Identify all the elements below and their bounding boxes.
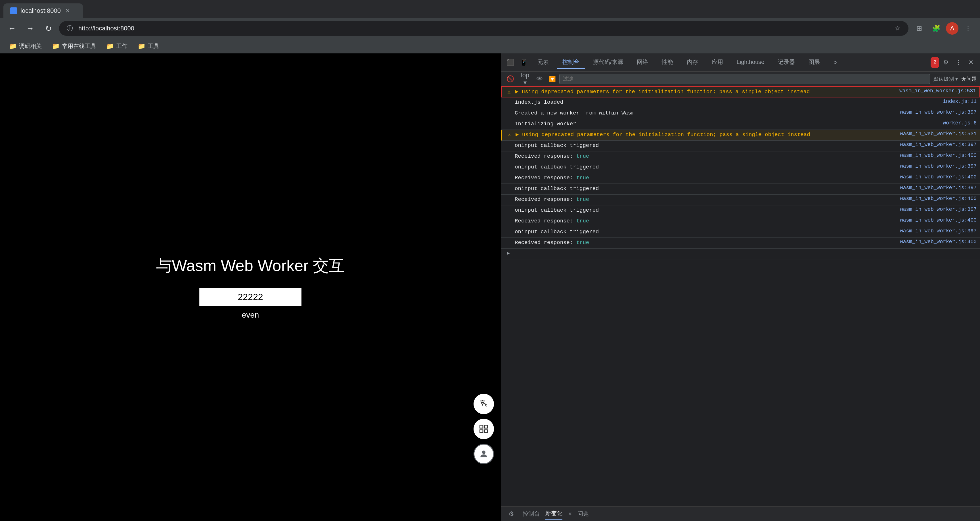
console-filter-input[interactable]: [559, 74, 930, 84]
result-text: even: [242, 311, 259, 320]
folder-icon: 📁: [52, 43, 60, 50]
bookmark-item-3[interactable]: 📁 工具: [133, 40, 164, 52]
devtools-tab-more[interactable]: »: [828, 57, 842, 68]
info-icon: ⓘ: [65, 23, 75, 33]
console-warning-2: ⚠ ▶ using deprecated parameters for the …: [501, 130, 980, 140]
bookmark-item-0[interactable]: 📁 调研相关: [5, 40, 46, 52]
profile-button[interactable]: A: [946, 22, 958, 35]
log-link-6[interactable]: wasm_in_web_worker.js:397: [900, 163, 977, 169]
console-top-context[interactable]: top ▾: [519, 73, 531, 84]
reload-button[interactable]: ↻: [41, 21, 56, 36]
warning-link-1[interactable]: wasm_in_web_worker.js:531: [899, 88, 976, 94]
log-link-1[interactable]: index.js:11: [943, 99, 977, 104]
log-link-3[interactable]: worker.js:6: [943, 120, 977, 126]
translate-button[interactable]: [474, 394, 494, 414]
response-value-4: true: [576, 218, 589, 224]
devtools-tab-application[interactable]: 应用: [706, 56, 729, 69]
user-profile-button[interactable]: [474, 444, 494, 464]
console-log-4: oninput callback triggered wasm_in_web_w…: [501, 140, 980, 151]
folder-icon: 📁: [106, 43, 114, 50]
browser-actions: ⊞ 🧩 A ⋮: [912, 21, 975, 36]
devtools-close-button[interactable]: ✕: [965, 57, 977, 68]
default-levels-dropdown[interactable]: 默认级别 ▾: [934, 76, 958, 82]
warning-text-1: ▶ using deprecated parameters for the in…: [515, 88, 895, 96]
console-log-8: oninput callback triggered wasm_in_web_w…: [501, 184, 980, 194]
address-bar[interactable]: ⓘ http://localhost:8000 ☆: [59, 21, 908, 36]
log-link-13[interactable]: wasm_in_web_worker.js:400: [900, 239, 977, 245]
console-eye-button[interactable]: 👁: [534, 73, 546, 84]
devtools-device-button[interactable]: 📱: [518, 57, 530, 68]
context-label: top ▾: [521, 72, 530, 86]
log-link-11[interactable]: wasm_in_web_worker.js:400: [900, 217, 977, 223]
log-text-6: oninput callback triggered: [515, 163, 896, 171]
response-value-2: true: [576, 175, 589, 181]
devtools-overflow-button[interactable]: ⋮: [953, 57, 964, 68]
devtools-tab-memory[interactable]: 内存: [681, 56, 704, 69]
active-tab[interactable]: localhost:8000 ✕: [3, 3, 83, 18]
devtools-tab-sources[interactable]: 源代码/来源: [587, 56, 629, 69]
devtools-tab-console[interactable]: 控制台: [557, 56, 585, 69]
devtools-tab-lighthouse[interactable]: Lighthouse: [731, 57, 770, 68]
navigation-bar: ← → ↻ ⓘ http://localhost:8000 ☆ ⊞ 🧩 A ⋮: [0, 18, 980, 39]
page-title: 与Wasm Web Worker 交互: [156, 255, 345, 277]
bookmark-label-1: 常用在线工具: [62, 42, 96, 50]
warning-link-2[interactable]: wasm_in_web_worker.js:531: [900, 131, 977, 137]
svg-rect-3: [485, 430, 488, 433]
log-link-12[interactable]: wasm_in_web_worker.js:397: [900, 228, 977, 234]
apps-button[interactable]: [474, 419, 494, 439]
tab-favicon: [10, 7, 17, 14]
devtools-options-bar: 🚫 top ▾ 👁 🔽 默认级别 ▾ 无问题: [501, 72, 980, 86]
console-output: ⚠ ▶ using deprecated parameters for the …: [501, 86, 980, 506]
log-text-3: Initializing worker: [515, 120, 938, 128]
log-link-5[interactable]: wasm_in_web_worker.js:400: [900, 153, 977, 158]
console-log-12: oninput callback triggered wasm_in_web_w…: [501, 227, 980, 238]
bottom-tab-console[interactable]: 控制台: [523, 508, 540, 519]
response-value-3: true: [576, 196, 589, 202]
console-log-7: Received response: true wasm_in_web_work…: [501, 173, 980, 184]
devtools-tab-performance[interactable]: 性能: [656, 56, 679, 69]
console-log-11: Received response: true wasm_in_web_work…: [501, 216, 980, 227]
folder-icon: 📁: [138, 43, 145, 50]
log-link-10[interactable]: wasm_in_web_worker.js:397: [900, 207, 977, 212]
svg-point-4: [482, 451, 485, 454]
devtools-toolbar: ⬛ 📱 元素 控制台 源代码/来源 网络 性能 内存 应用 Lighthouse…: [501, 53, 980, 72]
console-warning-1: ⚠ ▶ using deprecated parameters for the …: [501, 86, 980, 97]
number-input[interactable]: [199, 288, 302, 306]
log-link-7[interactable]: wasm_in_web_worker.js:400: [900, 174, 977, 180]
bookmark-label-0: 调研相关: [19, 42, 42, 50]
devtools-inspect-button[interactable]: ⬛: [504, 57, 516, 68]
response-value-5: true: [576, 239, 589, 246]
expand-icon[interactable]: ▶: [504, 250, 512, 256]
changes-close-button[interactable]: ✕: [568, 511, 572, 516]
devtools-settings-bottom[interactable]: ⚙: [506, 508, 517, 519]
bookmark-item-2[interactable]: 📁 工作: [102, 40, 132, 52]
bookmark-item-1[interactable]: 📁 常用在线工具: [48, 40, 100, 52]
log-link-2[interactable]: wasm_in_web_worker.js:397: [900, 109, 977, 115]
log-link-4[interactable]: wasm_in_web_worker.js:397: [900, 142, 977, 147]
floating-buttons: [474, 394, 494, 464]
devtools-tab-elements[interactable]: 元素: [532, 56, 554, 69]
menu-button[interactable]: ⋮: [961, 21, 975, 36]
devtools-tab-layers[interactable]: 图层: [803, 56, 826, 69]
console-clear-button[interactable]: 🚫: [504, 73, 516, 84]
devtools-tab-network[interactable]: 网络: [631, 56, 654, 69]
log-link-9[interactable]: wasm_in_web_worker.js:400: [900, 196, 977, 201]
extension-icon[interactable]: 🧩: [929, 21, 943, 36]
bottom-tab-changes[interactable]: 新变化: [546, 508, 562, 519]
console-log-2: Created a new worker from within Wasm wa…: [501, 108, 980, 119]
log-text-5: Received response: true: [515, 153, 896, 160]
devtools-settings-button[interactable]: ⚙: [940, 57, 951, 68]
log-link-8[interactable]: wasm_in_web_worker.js:397: [900, 185, 977, 191]
console-log-13: Received response: true wasm_in_web_work…: [501, 238, 980, 249]
extensions-button[interactable]: ⊞: [912, 21, 927, 36]
browser-chrome: localhost:8000 ✕ ← → ↻ ⓘ http://localhos…: [0, 0, 980, 53]
star-icon[interactable]: ☆: [892, 23, 903, 33]
bottom-tab-issues[interactable]: 问题: [578, 508, 589, 519]
console-log-1: index.js loaded index.js:11: [501, 97, 980, 108]
svg-rect-2: [480, 430, 483, 433]
tab-close-button[interactable]: ✕: [65, 7, 70, 14]
devtools-tab-recorder[interactable]: 记录器: [772, 56, 800, 69]
back-button[interactable]: ←: [5, 21, 19, 36]
forward-button[interactable]: →: [23, 21, 38, 36]
log-text-9: Received response: true: [515, 196, 896, 203]
